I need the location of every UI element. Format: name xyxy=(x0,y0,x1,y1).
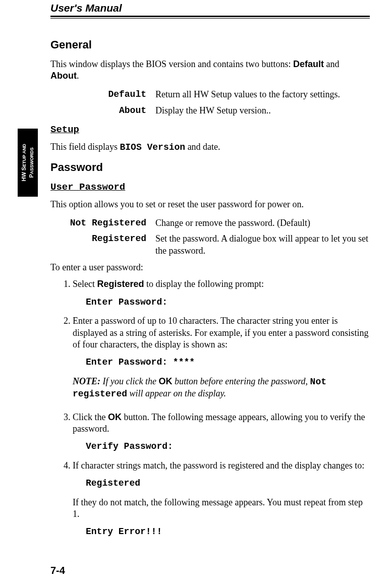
userpw-intro: This option allows you to set or reset t… xyxy=(50,199,370,210)
prompt-registered: Registered xyxy=(86,478,370,489)
def-row-registered: Registered Set the password. A dialogue … xyxy=(50,233,370,257)
heading-general: General xyxy=(50,38,370,52)
def-row-about: About Display the HW Setup version.. xyxy=(50,105,370,116)
prompt-enter-password: Enter Password: xyxy=(86,297,370,308)
heading-password: Password xyxy=(50,160,370,175)
def-term-about: About xyxy=(50,105,155,116)
def-term-registered: Registered xyxy=(50,233,155,257)
def-desc-registered: Set the password. A dialogue box will ap… xyxy=(155,233,370,257)
prompt-verify-password: Verify Password: xyxy=(86,441,370,452)
page-header: User's Manual xyxy=(50,2,370,19)
main-content: General This window displays the BIOS ve… xyxy=(50,38,370,539)
setup-desc: This field displays BIOS Version and dat… xyxy=(50,141,370,153)
def-row-not-registered: Not Registered Change or remove the pass… xyxy=(50,217,370,229)
header-title: User's Manual xyxy=(50,2,370,14)
prompt-enter-password-masked: Enter Password: **** xyxy=(86,357,370,368)
def-term-not-registered: Not Registered xyxy=(50,217,155,229)
def-term-default: Default xyxy=(50,89,155,100)
general-deflist: Default Return all HW Setup values to th… xyxy=(50,89,370,116)
def-row-default: Default Return all HW Setup values to th… xyxy=(50,89,370,100)
enter-intro: To enter a user password: xyxy=(50,262,370,273)
page-number: 7-4 xyxy=(50,565,65,576)
step-1: Select Registered to display the followi… xyxy=(73,278,370,308)
step-2: Enter a password of up to 10 characters.… xyxy=(73,315,370,400)
heading-setup: Setup xyxy=(50,124,370,136)
steps-list: Select Registered to display the followi… xyxy=(50,278,370,538)
def-desc-about: Display the HW Setup version.. xyxy=(155,105,370,116)
prompt-entry-error: Entry Error!!! xyxy=(86,526,370,538)
side-tab: HW SETUP ANDPASSWORDS xyxy=(18,129,38,197)
side-tab-label: HW SETUP ANDPASSWORDS xyxy=(20,144,36,181)
step-4: If character strings match, the password… xyxy=(73,460,370,538)
general-intro: This window displays the BIOS version an… xyxy=(50,59,370,82)
note-block: NOTE: If you click the OK button before … xyxy=(73,376,370,400)
def-desc-default: Return all HW Setup values to the factor… xyxy=(155,89,370,100)
heading-user-password: User Password xyxy=(50,181,370,194)
def-desc-not-registered: Change or remove the password. (Default) xyxy=(155,217,370,229)
password-deflist: Not Registered Change or remove the pass… xyxy=(50,217,370,257)
step-3: Click the OK button. The following messa… xyxy=(73,412,370,453)
